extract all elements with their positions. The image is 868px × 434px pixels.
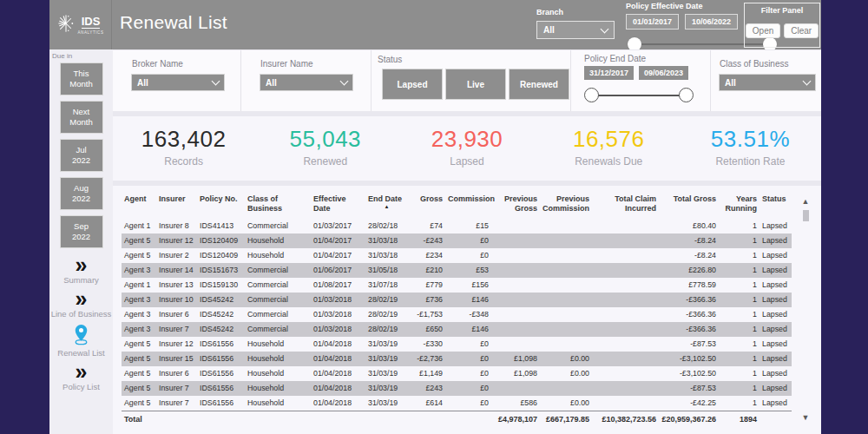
filters-panel: Broker Name All Insurer Name All Status …: [113, 50, 821, 111]
column-header-insurer[interactable]: Insurer: [156, 189, 197, 217]
cell-policy-no-: IDS41413: [197, 217, 245, 233]
table-row[interactable]: Agent 3Insurer 10IDS45242Commercial01/03…: [122, 293, 792, 307]
column-header-agent[interactable]: Agent: [122, 189, 156, 217]
cell-agent: Agent 3: [122, 307, 156, 322]
slider-handle-left[interactable]: [584, 88, 599, 102]
table-total-row: Total£4,978,107£667,179.85£10,382,723.56…: [122, 411, 792, 427]
column-header-previous-gross[interactable]: Previous Gross: [491, 189, 540, 217]
table-row[interactable]: Agent 5Insurer 15IDS61556Household01/04/…: [122, 352, 792, 366]
chevron-down-icon: [212, 77, 220, 86]
clear-button[interactable]: Clear: [784, 23, 819, 38]
column-header-policy-no-[interactable]: Policy No.: [197, 189, 245, 217]
kpi-label: Renewals Due: [538, 155, 680, 168]
cell-class-of-business: Household: [245, 396, 311, 411]
insurer-name-dropdown[interactable]: All: [260, 74, 353, 91]
column-header-status[interactable]: Status: [760, 189, 792, 217]
kpi-retention-rate: 53.51%Retention Rate: [680, 116, 821, 181]
cell-insurer: Insurer 6: [156, 366, 197, 381]
cell-end-date: 28/02/19: [365, 322, 408, 337]
table-row[interactable]: Agent 5Insurer 12IDS120409Household01/04…: [122, 233, 792, 248]
sidebar-item-summary[interactable]: »Summary: [49, 255, 113, 285]
cell-agent: Agent 5: [122, 352, 156, 366]
status-button-lapsed[interactable]: Lapsed: [382, 69, 443, 100]
end-end-date-input[interactable]: 09/06/2023: [639, 66, 688, 80]
table-row[interactable]: Agent 5Insurer 6IDS61556Household01/04/2…: [122, 366, 792, 381]
cell-policy-no-: IDS61556: [197, 337, 245, 352]
filter-panel-box: Filter Panel Open Clear: [744, 3, 820, 48]
table-row[interactable]: Agent 5Insurer 2IDS120409Household01/04/…: [122, 248, 792, 263]
cell-status: Lapsed: [760, 322, 792, 337]
cell-status: Lapsed: [760, 396, 792, 411]
class-of-business-dropdown[interactable]: All: [719, 74, 816, 91]
cell-gross: £210: [408, 263, 445, 278]
scroll-up-icon[interactable]: ▲: [800, 198, 811, 206]
cell-gross: £74: [408, 217, 445, 233]
table-row[interactable]: Agent 5Insurer 7IDS61556Household01/04/2…: [122, 381, 792, 396]
kpi-value: 163,402: [113, 126, 254, 153]
column-header-effective-date[interactable]: Effective Date: [311, 189, 365, 217]
cell-previous-commission: £0.00: [540, 366, 592, 381]
table-row[interactable]: Agent 5Insurer 12IDS61556Household01/04/…: [122, 337, 792, 352]
double-chevron-icon: »: [49, 362, 113, 381]
cell-previous-commission: [540, 381, 592, 396]
table-scrollbar[interactable]: ▲ ▼: [800, 198, 811, 422]
cell-total-gross: -£8.24: [659, 248, 719, 263]
table-row[interactable]: Agent 1Insurer 8IDS41413Commercial01/03/…: [122, 217, 792, 233]
column-header-gross[interactable]: Gross: [408, 189, 445, 217]
cell-commission: -£348: [445, 307, 491, 322]
column-header-end-date[interactable]: End Date▲: [365, 189, 408, 217]
table-row[interactable]: Agent 5Insurer 7IDS61556Household01/04/2…: [122, 396, 792, 411]
cell-policy-no-: IDS159130: [197, 278, 245, 293]
column-header-commission[interactable]: Commission: [445, 189, 491, 217]
scrollbar-thumb[interactable]: [803, 210, 809, 221]
cell-previous-gross: [491, 233, 540, 248]
open-button[interactable]: Open: [746, 23, 780, 38]
cell-years-running: 1: [719, 352, 760, 366]
slider-handle-right[interactable]: [679, 88, 694, 102]
column-header-class-of-business[interactable]: Class of Business: [245, 189, 311, 217]
column-header-years-running[interactable]: Years Running: [719, 189, 760, 217]
cell-end-date: 31/03/19: [365, 337, 408, 352]
column-header-total-claim-incurred[interactable]: Total Claim Incurred: [592, 189, 659, 217]
policy-end-date-slider[interactable]: [584, 87, 694, 104]
kpi-value: 55,043: [254, 126, 396, 153]
table-row[interactable]: Agent 3Insurer 14IDS151673Commercial01/0…: [122, 263, 792, 278]
due-in-button-jul-2022[interactable]: Jul2022: [60, 139, 103, 172]
table-row[interactable]: Agent 1Insurer 13IDS159130Commercial01/0…: [122, 278, 792, 293]
due-in-button-aug-2022[interactable]: Aug2022: [60, 177, 103, 210]
cell-end-date: 31/03/19: [365, 366, 408, 381]
cell-total-gross: £226.80: [659, 263, 719, 278]
effective-start-date-input[interactable]: 01/01/2017: [626, 14, 679, 30]
cell-total-claim-incurred: [592, 322, 659, 337]
cell-years-running: 1: [719, 278, 760, 293]
cell-previous-gross: £586: [491, 396, 540, 411]
scroll-down-icon[interactable]: ▼: [800, 414, 811, 422]
column-header-previous-commission[interactable]: Previous Commission: [540, 189, 592, 217]
end-start-date-input[interactable]: 31/12/2017: [584, 66, 634, 80]
due-in-button-sep-2022[interactable]: Sep2022: [60, 215, 103, 248]
cell-agent: Agent 5: [122, 396, 156, 411]
renewal-table-panel: AgentInsurerPolicy No.Class of BusinessE…: [113, 186, 821, 434]
sidebar-item-renewal-list[interactable]: Renewal List: [49, 324, 113, 358]
due-in-button-this-month[interactable]: ThisMonth: [60, 62, 103, 95]
total-status: [760, 411, 792, 427]
cell-insurer: Insurer 10: [156, 293, 197, 307]
status-button-live[interactable]: Live: [445, 69, 506, 100]
table-row[interactable]: Agent 3Insurer 7IDS45242Commercial01/03/…: [122, 322, 792, 337]
status-button-renewed[interactable]: Renewed: [509, 69, 569, 100]
cell-commission: £0: [445, 381, 491, 396]
cell-class-of-business: Commercial: [245, 217, 311, 233]
cell-gross: -£243: [408, 233, 445, 248]
cell-status: Lapsed: [760, 352, 792, 366]
due-in-button-next-month[interactable]: NextMonth: [60, 101, 103, 134]
sidebar-item-line-of-business[interactable]: »Line of Business: [49, 289, 113, 319]
column-header-total-gross[interactable]: Total Gross: [659, 189, 719, 217]
effective-end-date-input[interactable]: 10/06/2022: [685, 14, 738, 30]
sidebar-item-policy-list[interactable]: »Policy List: [49, 362, 113, 391]
broker-name-dropdown[interactable]: All: [131, 74, 225, 91]
cell-gross: £243: [408, 381, 445, 396]
broker-name-value: All: [137, 78, 148, 88]
branch-dropdown[interactable]: All: [536, 21, 615, 39]
class-of-business-value: All: [725, 78, 736, 88]
table-row[interactable]: Agent 3Insurer 6IDS45242Commercial01/03/…: [122, 307, 792, 322]
